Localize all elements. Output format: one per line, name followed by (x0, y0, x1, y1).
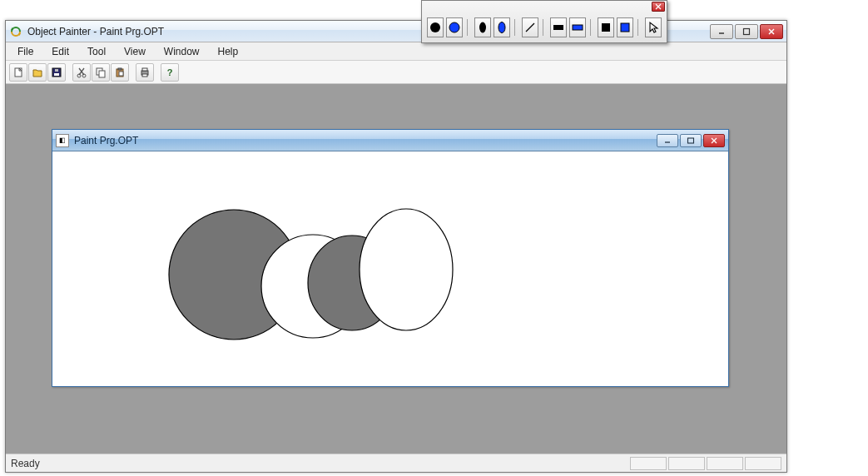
window-controls (708, 24, 783, 39)
palette-close-button[interactable] (652, 2, 665, 12)
filled-rect-black-icon (551, 20, 566, 35)
filled-circle-blue-icon (447, 20, 462, 35)
svg-rect-18 (119, 72, 123, 76)
main-toolbar: ? (6, 61, 786, 84)
svg-line-37 (526, 23, 534, 32)
doc-maximize-button[interactable] (680, 134, 702, 147)
app-icon (9, 25, 22, 38)
print-button[interactable] (136, 63, 154, 82)
document-window[interactable]: ◧ Paint Prg.OPT (52, 129, 729, 387)
svg-point-33 (430, 22, 440, 32)
save-disk-icon (51, 67, 62, 78)
tool-rect-blue-wide[interactable] (569, 17, 586, 37)
open-button[interactable] (28, 63, 47, 82)
document-titlebar[interactable]: ◧ Paint Prg.OPT (52, 130, 728, 151)
cut-icon (76, 67, 87, 78)
svg-rect-39 (573, 25, 583, 30)
filled-square-blue-icon (618, 20, 632, 35)
document-title: Paint Prg.OPT (74, 135, 655, 146)
tool-square-black[interactable] (598, 17, 614, 37)
maximize-button[interactable] (735, 24, 758, 39)
paste-icon (114, 67, 126, 78)
close-icon (655, 3, 662, 10)
svg-point-34 (449, 22, 459, 32)
statusbar: Ready (6, 454, 786, 472)
status-cell-1 (630, 457, 667, 470)
document-canvas[interactable] (52, 151, 728, 386)
palette-separator (637, 19, 641, 36)
svg-rect-9 (55, 69, 58, 72)
status-cell-2 (668, 457, 705, 470)
tool-filled-circle-blue[interactable] (446, 17, 463, 37)
svg-point-36 (498, 22, 505, 33)
palette-separator (543, 19, 546, 36)
print-icon (139, 67, 151, 78)
status-text: Ready (11, 458, 628, 469)
document-icon: ◧ (56, 134, 69, 147)
filled-rect-blue-icon (570, 20, 585, 35)
cut-button[interactable] (72, 63, 91, 82)
svg-rect-3 (744, 28, 750, 34)
svg-rect-24 (688, 138, 694, 143)
canvas-drawing (52, 151, 728, 386)
doc-minimize-button[interactable] (657, 134, 678, 147)
filled-ellipse-black-icon (475, 20, 490, 35)
status-cell-3 (707, 457, 743, 470)
workspace: ◧ Paint Prg.OPT (6, 84, 786, 454)
pointer-icon (646, 20, 661, 35)
menu-help[interactable]: Help (210, 44, 247, 59)
svg-rect-38 (553, 25, 563, 30)
tool-filled-circle-black[interactable] (427, 17, 444, 37)
svg-point-30 (360, 209, 453, 330)
copy-button[interactable] (92, 63, 110, 82)
menu-tool[interactable]: Tool (79, 44, 114, 59)
menu-view[interactable]: View (116, 44, 154, 59)
svg-rect-15 (99, 71, 105, 77)
menu-edit[interactable]: Edit (43, 44, 77, 59)
palette-separator (467, 19, 470, 36)
palette-separator (590, 19, 593, 36)
svg-rect-21 (142, 74, 147, 77)
paste-button[interactable] (111, 63, 129, 82)
svg-point-35 (479, 22, 486, 33)
tool-filled-ellipse-black[interactable] (474, 17, 491, 37)
save-button[interactable] (47, 63, 66, 82)
close-button[interactable] (760, 24, 783, 39)
filled-square-black-icon (598, 20, 613, 35)
app-window: Object Painter - Paint Prg.OPT File Edit… (5, 20, 787, 473)
svg-text:?: ? (167, 67, 173, 77)
svg-rect-17 (118, 68, 122, 70)
svg-rect-20 (142, 68, 147, 71)
menu-window[interactable]: Window (156, 44, 208, 59)
new-button[interactable] (9, 63, 27, 82)
svg-rect-41 (621, 23, 629, 32)
palette-separator (514, 19, 518, 36)
copy-icon (95, 67, 107, 78)
new-file-icon (12, 67, 24, 78)
minimize-button[interactable] (710, 24, 733, 39)
svg-rect-8 (54, 73, 59, 76)
filled-circle-black-icon (428, 20, 443, 35)
svg-marker-42 (650, 22, 657, 32)
tool-pointer[interactable] (645, 17, 662, 37)
open-folder-icon (32, 67, 43, 78)
svg-rect-40 (602, 23, 610, 32)
menubar: File Edit Tool View Window Help (6, 42, 786, 61)
filled-ellipse-blue-icon (494, 20, 509, 35)
titlebar[interactable]: Object Painter - Paint Prg.OPT (6, 21, 786, 42)
tool-line[interactable] (522, 17, 538, 37)
help-icon: ? (164, 67, 176, 78)
tool-filled-ellipse-blue[interactable] (494, 17, 510, 37)
palette-body (422, 12, 667, 42)
line-tool-icon (523, 20, 538, 35)
palette-header[interactable] (422, 1, 667, 12)
tool-palette[interactable] (421, 0, 667, 43)
tool-square-blue[interactable] (617, 17, 633, 37)
menu-file[interactable]: File (9, 44, 42, 59)
doc-close-button[interactable] (703, 134, 725, 147)
status-cell-4 (745, 457, 781, 470)
help-button[interactable]: ? (161, 63, 179, 82)
tool-rect-black-wide[interactable] (550, 17, 567, 37)
